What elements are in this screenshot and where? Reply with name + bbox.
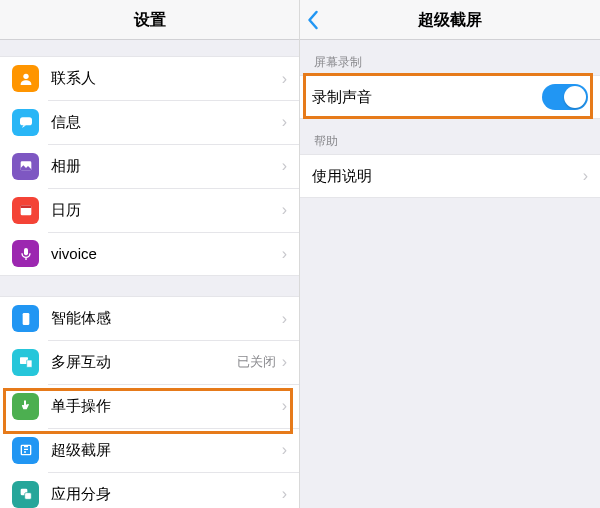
row-label: 智能体感 (51, 309, 282, 328)
row-messages[interactable]: 信息 › (0, 100, 299, 144)
row-vivoice[interactable]: vivoice › (0, 232, 299, 276)
row-super-screenshot[interactable]: 超级截屏 › (0, 428, 299, 472)
chevron-left-icon (306, 10, 319, 30)
row-multiscreen[interactable]: 多屏互动 已关闭 › (0, 340, 299, 384)
row-contacts[interactable]: 联系人 › (0, 56, 299, 100)
svg-rect-6 (22, 313, 29, 325)
row-label: 日历 (51, 201, 282, 220)
chevron-right-icon: › (282, 310, 287, 328)
svg-rect-8 (26, 360, 31, 367)
navbar: 超级截屏 (300, 0, 600, 40)
row-label: 应用分身 (51, 485, 282, 504)
svg-point-0 (23, 73, 28, 78)
chevron-right-icon: › (282, 441, 287, 459)
section-label-help: 帮助 (300, 119, 600, 154)
page-title: 设置 (134, 11, 166, 28)
chevron-right-icon: › (282, 397, 287, 415)
row-label: 联系人 (51, 69, 282, 88)
chevron-right-icon: › (282, 157, 287, 175)
row-photos[interactable]: 相册 › (0, 144, 299, 188)
photos-icon (12, 153, 39, 180)
settings-screen: 设置 联系人 › 信息 › 相册 › 日历 › vivoice › (0, 0, 300, 508)
toggle-record-audio[interactable] (542, 84, 588, 110)
svg-rect-5 (24, 248, 28, 255)
onehand-icon (12, 393, 39, 420)
super-screenshot-screen: 超级截屏 屏幕录制 录制声音 帮助 使用说明 › (300, 0, 600, 508)
row-label: 多屏互动 (51, 353, 237, 372)
row-label: 超级截屏 (51, 441, 282, 460)
row-record-audio[interactable]: 录制声音 (300, 75, 600, 119)
mic-icon (12, 240, 39, 267)
row-instructions[interactable]: 使用说明 › (300, 154, 600, 198)
svg-rect-1 (20, 117, 32, 125)
chevron-right-icon: › (282, 70, 287, 88)
gesture-icon (12, 305, 39, 332)
row-value: 已关闭 (237, 353, 276, 371)
message-icon (12, 109, 39, 136)
back-button[interactable] (306, 0, 319, 40)
row-label: 信息 (51, 113, 282, 132)
chevron-right-icon: › (282, 485, 287, 503)
chevron-right-icon: › (583, 167, 588, 185)
chevron-right-icon: › (282, 353, 287, 371)
row-label: 使用说明 (312, 167, 583, 186)
row-label: 录制声音 (312, 88, 542, 107)
row-smart-gesture[interactable]: 智能体感 › (0, 296, 299, 340)
calendar-icon (12, 197, 39, 224)
row-calendar[interactable]: 日历 › (0, 188, 299, 232)
svg-rect-4 (20, 205, 31, 208)
svg-rect-11 (24, 493, 31, 500)
chevron-right-icon: › (282, 245, 287, 263)
navbar: 设置 (0, 0, 299, 40)
row-onehand[interactable]: 单手操作 › (0, 384, 299, 428)
multiscreen-icon (12, 349, 39, 376)
page-title: 超级截屏 (418, 11, 482, 28)
chevron-right-icon: › (282, 201, 287, 219)
screenshot-icon (12, 437, 39, 464)
appclone-icon (12, 481, 39, 508)
row-label: 相册 (51, 157, 282, 176)
section-label-recording: 屏幕录制 (300, 40, 600, 75)
contacts-icon (12, 65, 39, 92)
chevron-right-icon: › (282, 113, 287, 131)
row-app-clone[interactable]: 应用分身 › (0, 472, 299, 508)
row-label: vivoice (51, 245, 282, 262)
row-label: 单手操作 (51, 397, 282, 416)
